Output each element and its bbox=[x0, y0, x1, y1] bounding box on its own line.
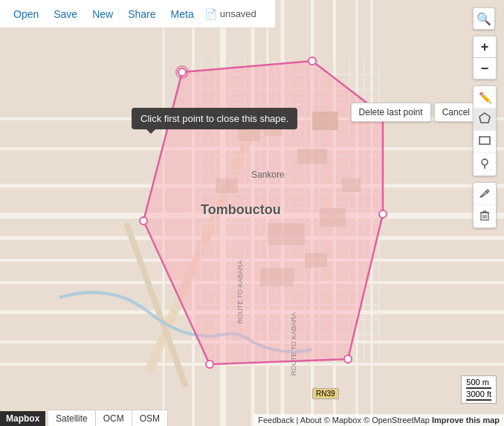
svg-point-73 bbox=[482, 159, 488, 165]
rectangle-draw-button[interactable] bbox=[474, 131, 496, 153]
map[interactable] bbox=[0, 0, 504, 426]
ocm-tab[interactable]: OCM bbox=[96, 410, 132, 426]
zoom-controls: + − bbox=[473, 36, 497, 80]
search-icon: 🔍 bbox=[476, 12, 491, 26]
feedback-link[interactable]: Feedback bbox=[258, 416, 294, 425]
meta-button[interactable]: Meta bbox=[164, 5, 201, 23]
right-controls: 🔍 + − ✏️ bbox=[473, 7, 497, 228]
scale-bar: 500 m 3000 ft bbox=[461, 375, 497, 404]
edit-feature-button[interactable] bbox=[474, 183, 496, 205]
scale-3000ft: 3000 ft bbox=[466, 390, 491, 401]
svg-marker-71 bbox=[479, 113, 490, 123]
doc-icon: 📄 bbox=[204, 8, 217, 20]
improve-link[interactable]: Improve this map bbox=[432, 416, 500, 425]
toolbar: Open Save New Share Meta 📄 unsaved bbox=[0, 0, 275, 28]
zoom-out-button[interactable]: − bbox=[474, 58, 496, 79]
about-link[interactable]: About bbox=[300, 416, 322, 425]
svg-point-66 bbox=[344, 355, 352, 363]
line-draw-button[interactable]: ✏️ bbox=[474, 86, 496, 109]
open-button[interactable]: Open bbox=[6, 5, 46, 23]
edit-icon bbox=[479, 187, 490, 200]
edit-action-buttons: Delete last point Cancel bbox=[351, 103, 478, 122]
scale-500m: 500 m bbox=[466, 378, 491, 389]
line-icon: ✏️ bbox=[479, 91, 491, 103]
edit-tools bbox=[473, 182, 497, 228]
svg-point-65 bbox=[379, 210, 387, 218]
attribution: Feedback | About © Mapbox © OpenStreetMa… bbox=[253, 414, 504, 426]
save-button[interactable]: Save bbox=[46, 5, 85, 23]
polygon-icon bbox=[479, 112, 491, 126]
search-button[interactable]: 🔍 bbox=[473, 7, 495, 30]
rectangle-icon bbox=[479, 135, 491, 148]
draw-tools: ✏️ bbox=[473, 85, 497, 176]
mapbox-logo[interactable]: Mapbox bbox=[0, 411, 45, 426]
tooltip: Click first point to close this shape. bbox=[132, 108, 297, 129]
svg-point-69 bbox=[178, 68, 186, 76]
marker-icon bbox=[480, 158, 489, 172]
marker-draw-button[interactable] bbox=[474, 153, 496, 175]
unsaved-badge: 📄 unsaved bbox=[204, 8, 256, 20]
svg-rect-72 bbox=[479, 137, 490, 144]
delete-last-point-button[interactable]: Delete last point bbox=[351, 103, 431, 122]
tooltip-text: Click first point to close this shape. bbox=[140, 113, 288, 124]
share-button[interactable]: Share bbox=[120, 5, 163, 23]
unsaved-label: unsaved bbox=[220, 8, 256, 19]
delete-feature-button[interactable] bbox=[474, 205, 496, 227]
trash-icon bbox=[480, 210, 489, 223]
osm-tab[interactable]: OSM bbox=[132, 410, 168, 426]
mapbox-attr: © Mapbox bbox=[324, 416, 361, 425]
svg-point-67 bbox=[206, 361, 213, 368]
satellite-tab[interactable]: Satellite bbox=[48, 410, 96, 426]
osm-attr: © OpenStreetMap bbox=[364, 416, 430, 425]
svg-point-63 bbox=[308, 57, 316, 65]
polygon-draw-button[interactable] bbox=[474, 109, 496, 131]
cancel-button[interactable]: Cancel bbox=[434, 103, 478, 122]
bottom-tabs: Satellite OCM OSM bbox=[48, 410, 168, 426]
zoom-in-button[interactable]: + bbox=[474, 36, 496, 57]
new-button[interactable]: New bbox=[85, 5, 120, 23]
svg-point-68 bbox=[140, 217, 147, 225]
